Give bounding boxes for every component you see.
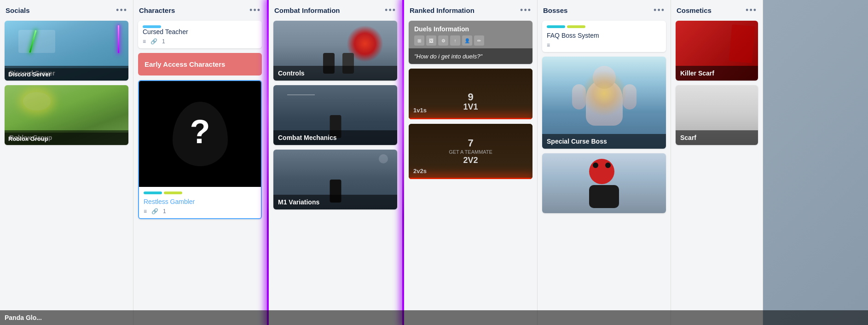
- card-m1-variations[interactable]: M1 Variations: [273, 150, 397, 209]
- column-menu-icon-cosmetics[interactable]: •••: [746, 6, 757, 15]
- 2v2-number: 7: [413, 138, 528, 148]
- card-roblox[interactable]: Roblox Group: [5, 85, 128, 145]
- card-controls[interactable]: Controls: [273, 21, 397, 81]
- card-discord[interactable]: Discord Server: [5, 21, 128, 81]
- duels-icon-upload[interactable]: ↑: [450, 35, 460, 46]
- column-socials: Socials ••• Discord Server Roblox Group: [0, 0, 133, 325]
- restless-gambler-meta: ≡ 🔗 1: [144, 208, 256, 215]
- column-menu-icon-bosses[interactable]: •••: [654, 6, 665, 15]
- duels-icons-row: ⊞ 🖼 ⚙ ↑ 👤 ✏: [409, 35, 532, 48]
- discord-beam1: [118, 25, 119, 53]
- faq-boss-body: FAQ Boss System ≡: [542, 21, 666, 52]
- boss-arm-right: [623, 84, 637, 110]
- cursed-teacher-meta: ≡ 🔗 1: [143, 38, 257, 45]
- list-icon2: ≡: [144, 208, 147, 215]
- controls-label: Controls: [273, 66, 397, 81]
- killer-scarf-image: Killer Scarf: [676, 21, 758, 81]
- faq-boss-title: FAQ Boss System: [547, 32, 661, 39]
- 2v2-bottom-label: 2v2s: [413, 168, 427, 174]
- column-title-combat: Combat Information: [274, 6, 340, 14]
- card-early-access[interactable]: Early Access Characters: [138, 53, 262, 75]
- discord-image: Discord Server: [5, 21, 128, 81]
- card-combat-mechanics[interactable]: Combat Mechanics: [273, 85, 397, 145]
- panda-head: [589, 159, 614, 184]
- panda-eye-r: [605, 162, 611, 168]
- card-1v1s[interactable]: 9 1V1 1v1s: [409, 69, 532, 119]
- 2v2-content: 7 GET A TEAMMATE 2V2: [413, 138, 528, 165]
- combat-mechanics-scene: Combat Mechanics: [273, 85, 397, 145]
- column-cosmetics: Cosmetics ••• Killer Scarf Scarf: [671, 0, 763, 325]
- duels-icon-gear[interactable]: ⚙: [438, 35, 448, 46]
- panda-figure: [589, 159, 619, 208]
- column-header-ranked: Ranked Information •••: [409, 6, 532, 15]
- duels-icon-pencil[interactable]: ✏: [474, 35, 484, 46]
- column-menu-icon-socials[interactable]: •••: [116, 6, 127, 15]
- duels-header: Duels Information: [409, 21, 532, 35]
- restless-gambler-body: Restless Gambler ≡ 🔗 1: [139, 187, 261, 218]
- restless-gambler-bars: [144, 192, 256, 194]
- column-title-ranked: Ranked Information: [410, 6, 475, 14]
- early-access-title: Early Access Characters: [138, 53, 262, 75]
- column-title-characters: Characters: [139, 6, 175, 14]
- faq-bars: [547, 25, 661, 28]
- m1-orb: [379, 154, 388, 163]
- column-combat: Combat Information ••• Controls Combat M…: [269, 0, 402, 325]
- card-special-curse-boss[interactable]: Special Curse Boss: [542, 57, 666, 149]
- column-menu-icon-ranked[interactable]: •••: [520, 6, 532, 15]
- roblox-label: Roblox Group: [5, 130, 128, 145]
- column-header-bosses: Bosses •••: [542, 6, 666, 15]
- faq-boss-meta: ≡: [547, 42, 661, 48]
- column-title-socials: Socials: [6, 6, 30, 14]
- card-panda-glo[interactable]: Panda Glo...: [542, 153, 666, 213]
- 2v2-mode: 2V2: [413, 156, 528, 165]
- board: Socials ••• Discord Server Roblox Group …: [0, 0, 868, 325]
- restless-gambler-title: Restless Gambler: [144, 198, 256, 205]
- discord-label: Discord Server: [5, 66, 128, 81]
- card-scarf[interactable]: Scarf: [676, 85, 758, 145]
- card-2v2s[interactable]: 7 GET A TEAMMATE 2V2 2v2s: [409, 124, 532, 179]
- card-cursed-teacher[interactable]: Cursed Teacher ≡ 🔗 1: [138, 21, 262, 48]
- card-restless-gambler[interactable]: Restless Gambler ≡ 🔗 1: [138, 80, 262, 219]
- list-icon: ≡: [143, 38, 146, 45]
- combat-mechanics-label: Combat Mechanics: [273, 130, 397, 145]
- restless-gambler-attach-count: 1: [163, 208, 166, 215]
- boss-figure-container: [586, 80, 623, 126]
- boss-image: Special Curse Boss: [542, 57, 666, 149]
- roblox-image: Roblox Group: [5, 85, 128, 145]
- mystery-figure: [139, 81, 261, 187]
- column-menu-icon-combat[interactable]: •••: [385, 6, 396, 15]
- panda-image: Panda Glo...: [542, 153, 666, 213]
- card-duels-info[interactable]: Duels Information ⊞ 🖼 ⚙ ↑ 👤 ✏ "How do i …: [409, 21, 532, 64]
- attach-icon: 🔗: [150, 38, 157, 45]
- column-header-cosmetics: Cosmetics •••: [676, 6, 758, 15]
- faq-list-icon: ≡: [547, 42, 550, 48]
- attach-icon2: 🔗: [151, 208, 158, 215]
- discord-building: [18, 30, 55, 53]
- card-killer-scarf[interactable]: Killer Scarf: [676, 21, 758, 81]
- column-header-characters: Characters •••: [138, 6, 262, 15]
- panda-eye-l: [593, 162, 598, 168]
- 2v2-glow-line: [409, 178, 532, 179]
- faq-bar-teal: [547, 25, 565, 28]
- roblox-glow: [23, 92, 51, 110]
- duels-icon-image[interactable]: 🖼: [426, 35, 436, 46]
- duels-icon-person[interactable]: 👤: [462, 35, 472, 46]
- cursed-teacher-title: Cursed Teacher: [143, 28, 257, 35]
- faq-bar-lime: [567, 25, 585, 28]
- scarf-label: Scarf: [676, 130, 758, 145]
- column-ranked: Ranked Information ••• Duels Information…: [404, 0, 538, 325]
- duels-icon-grid[interactable]: ⊞: [414, 35, 424, 46]
- card-faq-boss[interactable]: FAQ Boss System ≡: [542, 21, 666, 52]
- column-menu-icon-characters[interactable]: •••: [249, 6, 261, 15]
- mystery-head: [173, 102, 228, 166]
- boss-body: [586, 80, 623, 126]
- killer-scarf-label: Killer Scarf: [676, 66, 758, 81]
- boss-head: [593, 66, 616, 89]
- column-title-cosmetics: Cosmetics: [677, 6, 712, 14]
- column-characters: Characters ••• Cursed Teacher ≡ 🔗 1 Earl…: [133, 0, 267, 325]
- bar-lime: [164, 192, 182, 194]
- column-bosses: Bosses ••• FAQ Boss System ≡: [538, 0, 671, 325]
- killer-scarf-item: [729, 24, 755, 63]
- 1v1-mode: 1V1: [413, 102, 528, 112]
- combat-line: [287, 94, 315, 95]
